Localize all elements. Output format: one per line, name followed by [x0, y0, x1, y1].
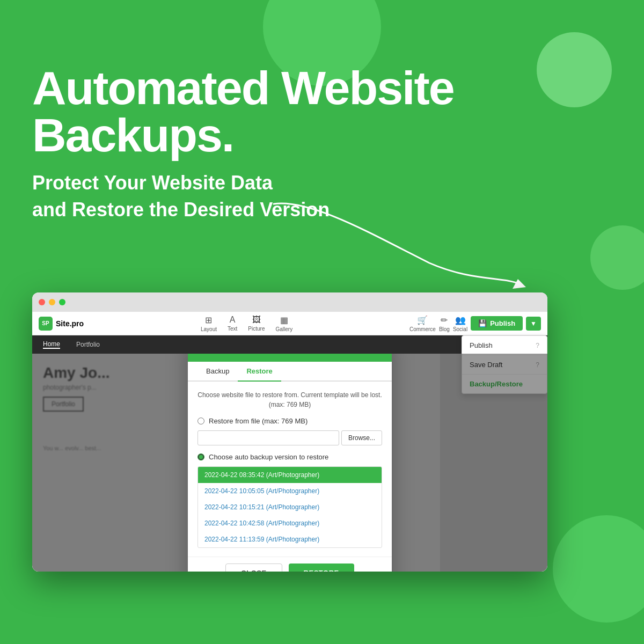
- window-minimize-dot[interactable]: [49, 299, 55, 305]
- restore-file-radio[interactable]: [197, 418, 204, 425]
- backup-version-1[interactable]: 2022-04-22 10:05:05 (Art/Photographer): [198, 483, 382, 499]
- site-toolbar: SP Site.pro ⊞ Layout A Text 🖼 Picture ▦: [32, 312, 547, 335]
- logo-icon: SP: [39, 317, 53, 331]
- file-input[interactable]: [197, 430, 339, 445]
- window-maximize-dot[interactable]: [59, 299, 65, 305]
- site-content-area: Amy Jo... photographer's p... Portfolio …: [32, 354, 547, 572]
- modal-close-button[interactable]: ✕: [374, 354, 382, 354]
- backup-version-3[interactable]: 2022-04-22 10:42:58 (Art/Photographer): [198, 515, 382, 531]
- auto-backup-option: Choose auto backup version to restore: [197, 453, 382, 461]
- auto-backup-radio[interactable]: [197, 453, 204, 460]
- nav-portfolio[interactable]: Portfolio: [76, 341, 100, 348]
- social-icon: 👥: [455, 315, 466, 325]
- hero-section: Automated Website Backups. Protect Your …: [32, 64, 454, 224]
- tool-social[interactable]: 👥 Social: [453, 315, 467, 332]
- modal-body: Choose website file to restore from. Cur…: [188, 382, 392, 557]
- blog-icon: ✏: [441, 315, 448, 325]
- browser-titlebar: [32, 292, 547, 312]
- tool-commerce[interactable]: 🛒 Commerce: [409, 315, 436, 332]
- publish-button[interactable]: 💾 Publish: [471, 316, 523, 331]
- help-icon-publish: ?: [536, 342, 539, 349]
- hero-subtitle: Protect Your Website Data and Restore th…: [32, 170, 454, 224]
- toolbar-tools: ⊞ Layout A Text 🖼 Picture ▦ Gallery: [201, 315, 292, 332]
- modal-title: Backup/Restore: [197, 354, 263, 354]
- site-logo: SP Site.pro: [39, 317, 84, 331]
- tab-restore[interactable]: Restore: [238, 362, 281, 382]
- tool-blog[interactable]: ✏ Blog: [439, 315, 450, 332]
- tool-picture[interactable]: 🖼 Picture: [248, 315, 265, 332]
- tool-gallery[interactable]: ▦ Gallery: [275, 315, 292, 332]
- tool-text[interactable]: A Text: [228, 315, 237, 332]
- file-input-row: Browse...: [197, 430, 382, 445]
- tab-backup[interactable]: Backup: [197, 362, 238, 382]
- modal-header: Backup/Restore ✕: [188, 354, 392, 362]
- hero-title: Automated Website Backups.: [32, 64, 454, 159]
- publish-icon: 💾: [478, 319, 487, 327]
- site-name: Site.pro: [56, 319, 84, 328]
- browser-window: SP Site.pro ⊞ Layout A Text 🖼 Picture ▦: [32, 292, 547, 572]
- modal-overlay: Backup/Restore ✕ Backup Restore: [32, 354, 547, 572]
- publish-dropdown-button[interactable]: ▼: [526, 317, 541, 331]
- backup-restore-modal: Backup/Restore ✕ Backup Restore: [188, 354, 392, 572]
- close-button[interactable]: CLOSE: [225, 564, 282, 572]
- browser-content: SP Site.pro ⊞ Layout A Text 🖼 Picture ▦: [32, 312, 547, 572]
- text-icon: A: [230, 315, 236, 325]
- modal-footer: CLOSE RESTORE: [188, 557, 392, 572]
- modal-tabs: Backup Restore: [188, 362, 392, 382]
- restore-file-option: Restore from file (max: 769 MB): [197, 417, 382, 425]
- toolbar-right: 🛒 Commerce ✏ Blog 👥 Social 💾 Publish ▼: [409, 315, 541, 332]
- gallery-icon: ▦: [280, 315, 288, 325]
- window-close-dot[interactable]: [39, 299, 45, 305]
- nav-home[interactable]: Home: [43, 340, 60, 349]
- auto-backup-label: Choose auto backup version to restore: [209, 453, 328, 461]
- tool-layout[interactable]: ⊞ Layout: [201, 315, 217, 332]
- backup-version-2[interactable]: 2022-04-22 10:15:21 (Art/Photographer): [198, 499, 382, 515]
- restore-button[interactable]: RESTORE: [289, 564, 354, 572]
- backup-version-4[interactable]: 2022-04-22 11:13:59 (Art/Photographer): [198, 531, 382, 547]
- restore-file-label: Restore from file (max: 769 MB): [209, 417, 308, 425]
- commerce-icon: 🛒: [417, 315, 428, 325]
- backup-version-0[interactable]: 2022-04-22 08:35:42 (Art/Photographer): [198, 467, 382, 483]
- modal-description: Choose website file to restore from. Cur…: [197, 390, 382, 409]
- picture-icon: 🖼: [252, 315, 261, 325]
- browse-button[interactable]: Browse...: [341, 430, 382, 445]
- layout-icon: ⊞: [205, 315, 212, 325]
- publish-menu-item-publish[interactable]: Publish ?: [462, 336, 547, 355]
- decorative-circle-top-right: [537, 32, 612, 107]
- backup-versions-list: 2022-04-22 08:35:42 (Art/Photographer) 2…: [197, 466, 382, 548]
